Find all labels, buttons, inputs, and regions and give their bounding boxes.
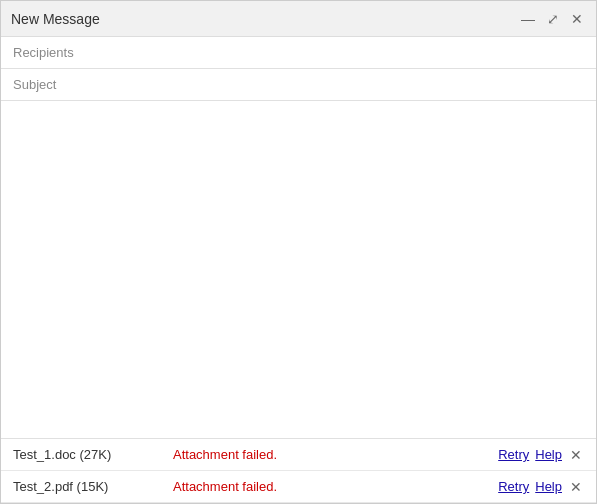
new-message-window: New Message — ⤢ ✕ Recipients Subject Tes… xyxy=(0,0,597,504)
attachment-2-name: Test_2.pdf (15K) xyxy=(13,479,173,494)
attachment-2-retry[interactable]: Retry xyxy=(498,479,529,494)
close-button[interactable]: ✕ xyxy=(568,12,586,26)
attachment-1-retry[interactable]: Retry xyxy=(498,447,529,462)
attachment-2-close-button[interactable]: ✕ xyxy=(568,480,584,494)
attachment-1-help[interactable]: Help xyxy=(535,447,562,462)
attachment-2-status: Attachment failed. xyxy=(173,479,494,494)
attachments-section: Test_1.doc (27K) Attachment failed. Retr… xyxy=(1,438,596,503)
recipients-row: Recipients xyxy=(1,37,596,69)
attachment-row: Test_1.doc (27K) Attachment failed. Retr… xyxy=(1,439,596,471)
recipients-label: Recipients xyxy=(13,45,93,60)
subject-label: Subject xyxy=(13,77,93,92)
attachment-1-status: Attachment failed. xyxy=(173,447,494,462)
message-body[interactable] xyxy=(1,101,596,438)
attachment-row: Test_2.pdf (15K) Attachment failed. Retr… xyxy=(1,471,596,503)
window-controls: — ⤢ ✕ xyxy=(518,12,586,26)
subject-row: Subject xyxy=(1,69,596,101)
attachment-2-help[interactable]: Help xyxy=(535,479,562,494)
attachment-1-close-button[interactable]: ✕ xyxy=(568,448,584,462)
expand-button[interactable]: ⤢ xyxy=(544,12,562,26)
recipients-input[interactable] xyxy=(93,45,584,60)
title-bar: New Message — ⤢ ✕ xyxy=(1,1,596,37)
minimize-button[interactable]: — xyxy=(518,12,538,26)
subject-input[interactable] xyxy=(93,77,584,92)
attachment-1-name: Test_1.doc (27K) xyxy=(13,447,173,462)
window-title: New Message xyxy=(11,11,100,27)
